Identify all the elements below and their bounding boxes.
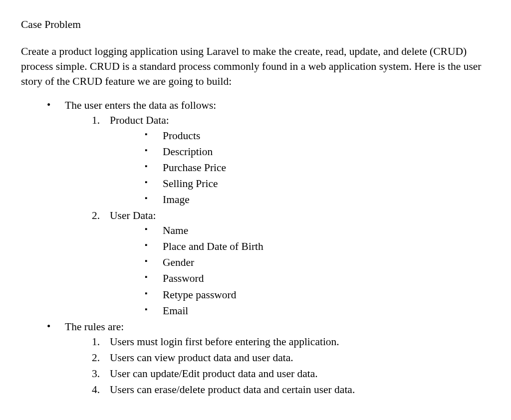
main-list: The user enters the data as follows: Pro… — [21, 98, 490, 397]
list-item: Users can erase/delete product data and … — [92, 382, 490, 397]
intro-paragraph: Create a product logging application usi… — [21, 44, 490, 89]
list-item: Purchase Price — [145, 160, 490, 175]
numbered-list-data: Product Data: Products Description Purch… — [65, 113, 490, 318]
list-item: Email — [145, 303, 490, 318]
list-item: Retype password — [145, 287, 490, 302]
document-title: Case Problem — [21, 17, 490, 32]
section-heading: The rules are: — [65, 321, 124, 333]
list-item: Image — [145, 192, 490, 207]
product-data-label: Product Data: — [110, 114, 169, 126]
section-heading: The user enters the data as follows: — [65, 99, 216, 111]
list-item: Gender — [145, 255, 490, 270]
product-fields-list: Products Description Purchase Price Sell… — [110, 128, 490, 207]
list-item: Name — [145, 223, 490, 238]
list-item-rules: The rules are: Users must login first be… — [47, 319, 490, 397]
list-item-user-data: User Data: Name Place and Date of Birth … — [92, 208, 490, 318]
list-item-data-entry: The user enters the data as follows: Pro… — [47, 98, 490, 318]
list-item-product-data: Product Data: Products Description Purch… — [92, 113, 490, 207]
list-item: Description — [145, 144, 490, 159]
list-item: Users must login first before entering t… — [92, 334, 490, 349]
numbered-list-rules: Users must login first before entering t… — [65, 334, 490, 397]
user-data-label: User Data: — [110, 210, 156, 221]
list-item: Selling Price — [145, 176, 490, 191]
user-fields-list: Name Place and Date of Birth Gender Pass… — [110, 223, 490, 318]
list-item: Password — [145, 271, 490, 286]
list-item: User can update/Edit product data and us… — [92, 366, 490, 381]
list-item: Products — [145, 128, 490, 143]
list-item: Place and Date of Birth — [145, 239, 490, 254]
list-item: Users can view product data and user dat… — [92, 350, 490, 365]
